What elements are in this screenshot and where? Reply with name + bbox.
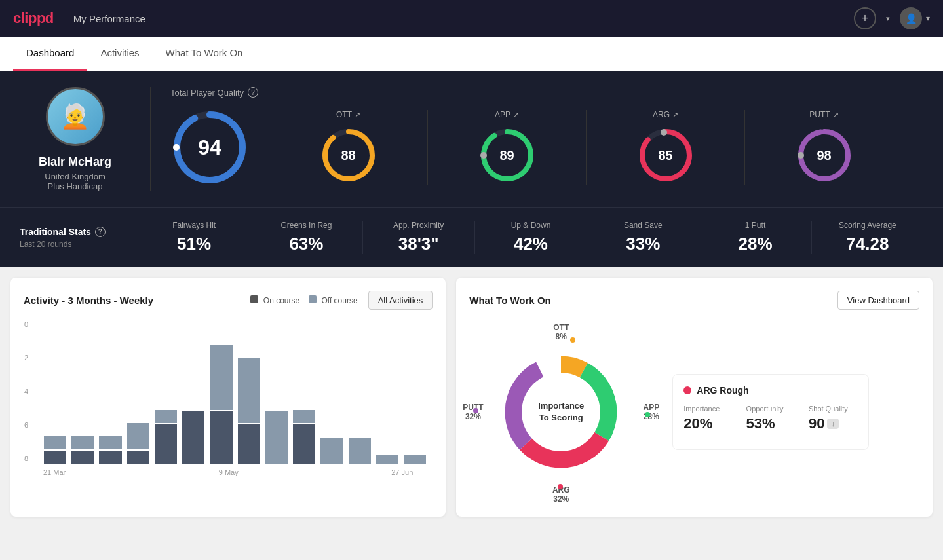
bar-off-12 bbox=[376, 455, 398, 464]
avatar-chevron: ▾ bbox=[926, 14, 930, 23]
bar-off-0 bbox=[44, 436, 66, 449]
scores-row: 94 OTT ↗ 88 bbox=[170, 108, 903, 187]
sub-score-arg: ARG ↗ 85 bbox=[586, 110, 744, 185]
sub-score-putt: PUTT ↗ 98 bbox=[744, 110, 903, 185]
quality-help-icon[interactable]: ? bbox=[248, 87, 258, 98]
stat-scoring-average-label: Scoring Average bbox=[818, 221, 917, 230]
header-actions: + ▾ 👤 ▾ bbox=[854, 7, 930, 29]
wtwo-panel: What To Work On View Dashboard Importanc… bbox=[456, 278, 933, 517]
bar-group-3 bbox=[127, 320, 149, 464]
quality-section: Total Player Quality ? 94 OTT ↗ bbox=[151, 87, 923, 191]
stat-up-down-value: 42% bbox=[482, 234, 580, 254]
wtwo-opportunity: Opportunity 53% bbox=[746, 405, 796, 432]
tab-what-to-work-on[interactable]: What To Work On bbox=[153, 37, 256, 71]
chart-legend: On course Off course bbox=[250, 295, 357, 305]
stat-up-down-label: Up & Down bbox=[482, 221, 580, 230]
bar-group-9 bbox=[293, 320, 315, 464]
svg-point-7 bbox=[480, 152, 487, 159]
app-label: APP ↗ bbox=[495, 110, 519, 119]
player-avatar: 🧑‍🦳 bbox=[46, 87, 105, 146]
putt-circle: 98 bbox=[795, 126, 854, 185]
sub-scores-row: OTT ↗ 88 APP ↗ bbox=[269, 110, 903, 185]
add-button[interactable]: + bbox=[854, 7, 876, 29]
donut-label-ott: OTT 8% bbox=[553, 323, 569, 341]
donut-wrapper: ImportanceTo Scoring OTT 8% APP 28% ARG … bbox=[469, 320, 653, 504]
legend-on-course: On course bbox=[250, 295, 299, 305]
add-chevron: ▾ bbox=[886, 14, 890, 23]
bar-group-11 bbox=[349, 320, 371, 464]
wtwo-card-title: ARG Rough bbox=[697, 385, 748, 396]
stat-greens-in-reg-label: Greens In Reg bbox=[257, 221, 355, 230]
wtwo-opportunity-value: 53% bbox=[746, 415, 796, 432]
bar-on-1 bbox=[71, 451, 94, 464]
nav-tabs: Dashboard Activities What To Work On bbox=[0, 37, 943, 71]
wtwo-card-header: ARG Rough bbox=[683, 385, 858, 396]
chart-area: 8 6 4 2 0 bbox=[24, 320, 433, 464]
bar-group-10 bbox=[320, 320, 343, 464]
on-course-dot bbox=[250, 295, 258, 303]
bar-off-3 bbox=[127, 423, 149, 449]
sub-score-ott: OTT ↗ 88 bbox=[269, 110, 427, 185]
chart-controls: On course Off course All Activities bbox=[250, 291, 433, 310]
bar-on-6 bbox=[210, 411, 232, 464]
main-score-circle: 94 bbox=[170, 108, 249, 187]
app-value: 89 bbox=[499, 148, 514, 163]
player-info: 🧑‍🦳 Blair McHarg United Kingdom Plus Han… bbox=[20, 87, 151, 191]
trad-stats-title: Traditional Stats ? bbox=[20, 227, 138, 237]
hero-section: 🧑‍🦳 Blair McHarg United Kingdom Plus Han… bbox=[0, 71, 943, 207]
putt-value: 98 bbox=[817, 148, 831, 163]
bar-off-7 bbox=[238, 358, 260, 423]
tab-dashboard[interactable]: Dashboard bbox=[13, 37, 87, 71]
wtwo-importance-label: Importance bbox=[683, 405, 733, 413]
arg-label: ARG ↗ bbox=[653, 110, 678, 119]
bar-group-4 bbox=[155, 320, 177, 464]
stat-app-proximity: App. Proximity 38'3" bbox=[362, 221, 474, 254]
app-circle: 89 bbox=[478, 126, 537, 185]
bar-group-8 bbox=[265, 320, 288, 464]
activity-panel: Activity - 3 Months - Weekly On course O… bbox=[10, 278, 446, 517]
wtwo-card-dot bbox=[683, 386, 691, 394]
arg-indicator bbox=[558, 484, 563, 489]
avatar: 👤 bbox=[900, 7, 922, 29]
wtwo-shot-quality-value: 90 ↓ bbox=[809, 415, 858, 432]
bar-off-10 bbox=[320, 438, 343, 464]
plus-icon: + bbox=[862, 12, 869, 26]
stat-app-proximity-label: App. Proximity bbox=[370, 221, 468, 230]
bar-off-13 bbox=[404, 455, 426, 464]
stat-sand-save-label: Sand Save bbox=[594, 221, 692, 230]
bar-off-6 bbox=[210, 345, 232, 410]
bar-off-1 bbox=[71, 436, 94, 449]
logo-text: clippd bbox=[13, 10, 54, 27]
bar-on-3 bbox=[127, 451, 149, 464]
bar-group-2 bbox=[99, 320, 121, 464]
bar-on-7 bbox=[238, 424, 260, 464]
trad-stats-label: Traditional Stats ? Last 20 rounds bbox=[20, 227, 138, 249]
stat-scoring-average: Scoring Average 74.28 bbox=[811, 221, 923, 254]
donut-center-label: ImportanceTo Scoring bbox=[538, 400, 584, 424]
panels: Activity - 3 Months - Weekly On course O… bbox=[0, 267, 943, 527]
quality-title: Total Player Quality ? bbox=[170, 87, 903, 98]
stat-scoring-average-value: 74.28 bbox=[818, 234, 917, 254]
putt-label: PUTT ↗ bbox=[809, 110, 838, 119]
all-activities-button[interactable]: All Activities bbox=[368, 291, 433, 310]
view-dashboard-button[interactable]: View Dashboard bbox=[837, 291, 919, 310]
bar-group-7 bbox=[238, 320, 260, 464]
putt-arrow: ↗ bbox=[833, 111, 839, 119]
bar-group-0 bbox=[44, 320, 66, 464]
bar-on-4 bbox=[155, 424, 177, 464]
stat-fairways-hit: Fairways Hit 51% bbox=[138, 221, 250, 254]
wtwo-metrics: Importance 20% Opportunity 53% Shot Qual… bbox=[683, 405, 858, 432]
bar-group-6 bbox=[210, 320, 232, 464]
stat-1-putt: 1 Putt 28% bbox=[699, 221, 811, 254]
ott-circle: 88 bbox=[319, 126, 378, 185]
bar-on-9 bbox=[293, 424, 315, 464]
bar-off-4 bbox=[155, 410, 177, 423]
chart-x-labels: 21 Mar 9 May 27 Jun bbox=[24, 468, 433, 476]
avatar-button[interactable]: 👤 ▾ bbox=[900, 7, 930, 29]
wtwo-info-card: ARG Rough Importance 20% Opportunity 53%… bbox=[672, 374, 869, 450]
stat-sand-save-value: 33% bbox=[594, 234, 692, 254]
tab-activities[interactable]: Activities bbox=[87, 37, 152, 71]
stat-1-putt-label: 1 Putt bbox=[706, 221, 804, 230]
trad-stats-help-icon[interactable]: ? bbox=[95, 227, 106, 237]
arg-circle: 85 bbox=[636, 126, 695, 185]
